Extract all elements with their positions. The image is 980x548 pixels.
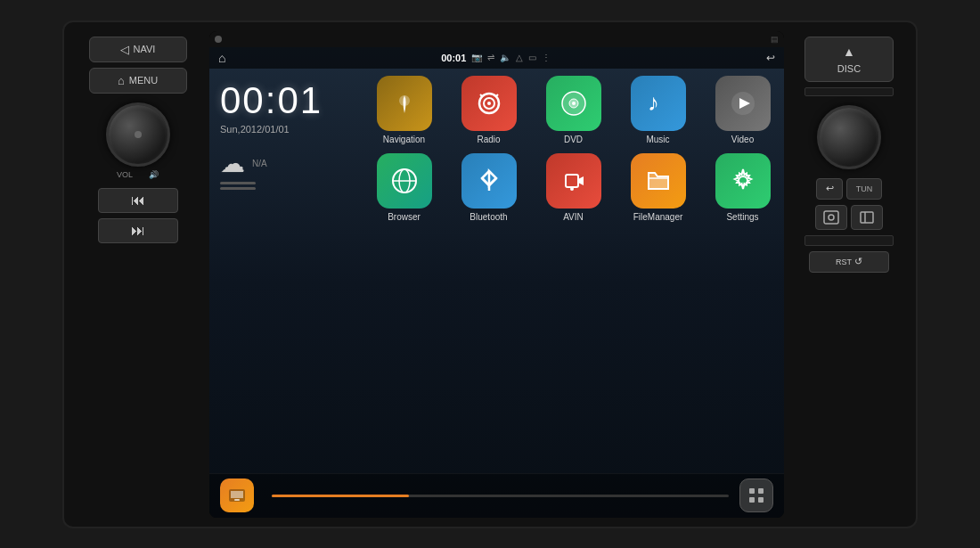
android-screen: ⌂ 00:01 📷 ⇌ 🔈 △ ▭ ⋮ ↩ bbox=[209, 47, 784, 518]
weather-condition: N/A bbox=[252, 159, 267, 168]
status-bar: ⌂ 00:01 📷 ⇌ 🔈 △ ▭ ⋮ ↩ bbox=[209, 47, 784, 69]
status-bar-right: ↩ bbox=[766, 52, 775, 64]
app-navigation[interactable]: Navigation bbox=[366, 76, 442, 144]
disc-slot bbox=[804, 87, 894, 96]
app-music-icon: ♪ bbox=[631, 76, 686, 131]
svg-point-3 bbox=[487, 102, 491, 105]
card-slot bbox=[804, 235, 894, 246]
rst-label: RST bbox=[836, 258, 852, 266]
clock-date: Sun,2012/01/01 bbox=[220, 124, 355, 135]
mic-indicator bbox=[215, 36, 222, 43]
app-filemanager[interactable]: FileManager bbox=[620, 153, 696, 222]
prev-icon: ⏮ bbox=[131, 192, 145, 209]
svg-rect-24 bbox=[749, 497, 755, 503]
tuning-knob[interactable] bbox=[817, 105, 881, 169]
menu-label: MENU bbox=[129, 75, 158, 86]
app-filemanager-label: FileManager bbox=[633, 212, 683, 222]
media-button-1[interactable] bbox=[815, 205, 847, 230]
app-video[interactable]: Video bbox=[705, 76, 780, 144]
apps-row-2: Browser bbox=[366, 153, 780, 222]
status-cam-icon: 📷 bbox=[471, 53, 482, 62]
svg-rect-28 bbox=[861, 212, 873, 223]
app-navigation-label: Navigation bbox=[383, 135, 425, 144]
weather-widget: ☁ N/A bbox=[220, 149, 355, 178]
status-bar-left: ⌂ bbox=[218, 51, 225, 65]
screen-container: ▤ ⌂ 00:01 📷 ⇌ 🔈 △ ▭ ⋮ ↩ bbox=[209, 31, 784, 518]
status-time: 00:01 bbox=[441, 53, 466, 63]
app-avin-label: AVIN bbox=[563, 212, 584, 222]
top-strip-left bbox=[215, 36, 222, 43]
app-bluetooth[interactable]: Bluetooth bbox=[451, 153, 527, 222]
status-sound: 🔈 bbox=[500, 53, 510, 62]
settings-svg bbox=[728, 166, 758, 196]
rst-button[interactable]: RST ↺ bbox=[809, 251, 889, 273]
tun-button[interactable]: TUN bbox=[846, 178, 882, 200]
status-signal1: ⇌ bbox=[487, 53, 494, 62]
svg-point-27 bbox=[829, 215, 834, 220]
app-dvd-label: DVD bbox=[564, 135, 583, 144]
status-more: ⋮ bbox=[542, 53, 551, 62]
svg-rect-17 bbox=[649, 178, 668, 189]
app-radio[interactable]: Radio bbox=[451, 76, 527, 144]
app-video-icon bbox=[715, 76, 771, 131]
dock-grid-icon[interactable] bbox=[739, 478, 773, 512]
app-filemanager-icon bbox=[631, 153, 686, 209]
vol-label-row: VOL 🔊 bbox=[117, 170, 159, 179]
menu-icon: ⌂ bbox=[118, 74, 125, 87]
top-strip-right: ▤ bbox=[771, 35, 779, 44]
back-tun-row: ↩ TUN bbox=[816, 178, 882, 200]
browser-svg bbox=[389, 166, 420, 196]
filemanager-svg bbox=[643, 166, 674, 196]
app-settings[interactable]: Settings bbox=[705, 153, 780, 222]
media-btn-row bbox=[815, 205, 883, 230]
disc-label: DISC bbox=[837, 63, 861, 74]
nav-svg bbox=[391, 90, 418, 117]
app-browser[interactable]: Browser bbox=[366, 153, 442, 222]
left-panel: ◁ NAVI ⌂ MENU VOL 🔊 ⏮ ⏭ bbox=[73, 31, 202, 518]
back-nav-icon[interactable]: ↩ bbox=[766, 52, 775, 64]
prev-button[interactable]: ⏮ bbox=[98, 188, 178, 213]
apps-row-1: Navigation bbox=[366, 76, 780, 144]
app-bluetooth-label: Bluetooth bbox=[470, 212, 507, 222]
app-browser-label: Browser bbox=[388, 212, 421, 222]
video-svg bbox=[729, 89, 757, 118]
apps-panel: Navigation bbox=[366, 76, 780, 466]
menu-button[interactable]: ⌂ MENU bbox=[89, 68, 187, 94]
app-dvd[interactable]: DVD bbox=[535, 76, 611, 144]
bluetooth-svg bbox=[474, 166, 504, 196]
navi-button[interactable]: ◁ NAVI bbox=[89, 37, 187, 62]
volume-knob[interactable] bbox=[106, 102, 170, 167]
dock-phone-icon[interactable] bbox=[220, 478, 254, 512]
dock-progress-bar bbox=[272, 495, 729, 497]
svg-rect-21 bbox=[234, 499, 240, 501]
dock-progress-fill bbox=[272, 495, 409, 497]
svg-rect-20 bbox=[231, 491, 243, 498]
app-video-label: Video bbox=[731, 135, 754, 144]
media-icon-1 bbox=[822, 209, 840, 226]
app-avin-icon bbox=[546, 153, 601, 209]
back-button[interactable]: ↩ bbox=[816, 178, 843, 200]
svg-point-8 bbox=[572, 102, 576, 105]
clock-time: 00:01 bbox=[220, 79, 355, 122]
app-music[interactable]: ♪ Music bbox=[620, 76, 696, 144]
clock-panel: 00:01 Sun,2012/01/01 ☁ N/A bbox=[216, 76, 359, 466]
dvd-svg bbox=[559, 88, 589, 119]
app-radio-icon bbox=[461, 76, 517, 131]
top-strip: ▤ bbox=[209, 31, 784, 47]
home-button[interactable]: ⌂ bbox=[218, 51, 225, 65]
app-avin[interactable]: AVIN bbox=[535, 153, 611, 222]
grid-svg bbox=[747, 486, 766, 505]
status-bar-center: 00:01 📷 ⇌ 🔈 △ ▭ ⋮ bbox=[441, 53, 551, 63]
disc-eject-button[interactable]: ▲ DISC bbox=[804, 37, 894, 82]
next-icon: ⏭ bbox=[131, 223, 145, 239]
head-unit: ◁ NAVI ⌂ MENU VOL 🔊 ⏮ ⏭ ▤ bbox=[62, 20, 918, 528]
app-bluetooth-icon bbox=[461, 153, 517, 209]
media-button-2[interactable] bbox=[851, 205, 883, 230]
next-button[interactable]: ⏭ bbox=[98, 218, 178, 243]
mute-icon: 🔊 bbox=[149, 170, 159, 179]
app-settings-label: Settings bbox=[726, 212, 758, 222]
music-svg: ♪ bbox=[644, 89, 673, 118]
weather-icon: ☁ bbox=[220, 149, 245, 178]
app-browser-icon bbox=[377, 153, 432, 209]
media-icon-2 bbox=[858, 209, 876, 226]
